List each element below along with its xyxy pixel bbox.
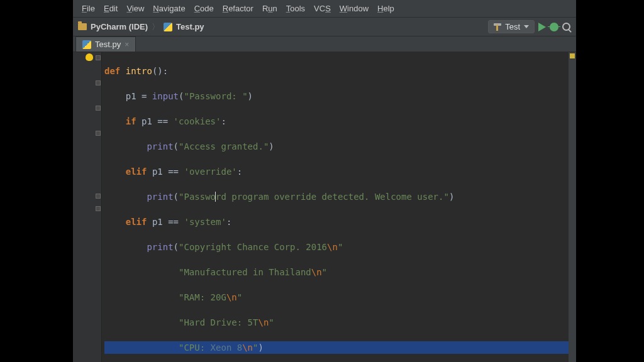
- toolbar: PyCharm (IDE) 〉 Test.py Test: [73, 17, 576, 36]
- menu-vcs[interactable]: VCS: [310, 3, 335, 14]
- fold-toggle[interactable]: [96, 194, 101, 199]
- run-button[interactable]: [538, 23, 546, 31]
- debug-button[interactable]: [550, 23, 558, 31]
- menu-window[interactable]: Window: [336, 3, 372, 14]
- fold-toggle[interactable]: [96, 80, 101, 85]
- breadcrumb-sep: 〉: [152, 21, 160, 33]
- editor-tab[interactable]: Test.py ×: [75, 36, 136, 52]
- menu-run[interactable]: Run: [258, 3, 281, 14]
- chevron-down-icon: [524, 25, 529, 28]
- hammer-icon: [494, 23, 501, 31]
- breadcrumb-project[interactable]: PyCharm (IDE): [91, 22, 148, 31]
- fold-toggle[interactable]: [96, 106, 101, 111]
- run-config-label: Test: [505, 22, 520, 31]
- editor-tab-bar: Test.py ×: [73, 36, 576, 52]
- code-editor[interactable]: def intro(): p1 = input("Password: ") if…: [73, 52, 576, 362]
- search-button[interactable]: [562, 23, 571, 31]
- menu-edit[interactable]: Edit: [100, 3, 121, 14]
- folder-icon: [78, 23, 87, 30]
- code-area[interactable]: def intro(): p1 = input("Password: ") if…: [102, 52, 569, 362]
- python-file-icon: [82, 40, 91, 49]
- menu-navigate[interactable]: Navigate: [149, 3, 189, 14]
- run-config-selector[interactable]: Test: [488, 20, 535, 33]
- close-tab-icon[interactable]: ×: [125, 40, 129, 49]
- warning-marker[interactable]: [570, 53, 575, 58]
- fold-toggle[interactable]: [96, 55, 101, 60]
- tab-label: Test.py: [95, 40, 121, 49]
- menu-help[interactable]: Help: [374, 3, 398, 14]
- fold-toggle[interactable]: [96, 206, 101, 211]
- menu-bar: File Edit View Navigate Code Refactor Ru…: [73, 0, 576, 17]
- python-file-icon: [164, 23, 172, 31]
- gutter[interactable]: [73, 52, 102, 362]
- menu-code[interactable]: Code: [191, 3, 218, 14]
- menu-refactor[interactable]: Refactor: [219, 3, 257, 14]
- menu-file[interactable]: File: [78, 3, 99, 14]
- text-caret: [215, 192, 216, 202]
- menu-tools[interactable]: Tools: [282, 3, 309, 14]
- fold-toggle[interactable]: [96, 131, 101, 136]
- breadcrumb-file[interactable]: Test.py: [176, 22, 204, 31]
- error-stripe[interactable]: [569, 52, 576, 362]
- intention-bulb-icon[interactable]: [86, 53, 93, 61]
- menu-view[interactable]: View: [123, 3, 148, 14]
